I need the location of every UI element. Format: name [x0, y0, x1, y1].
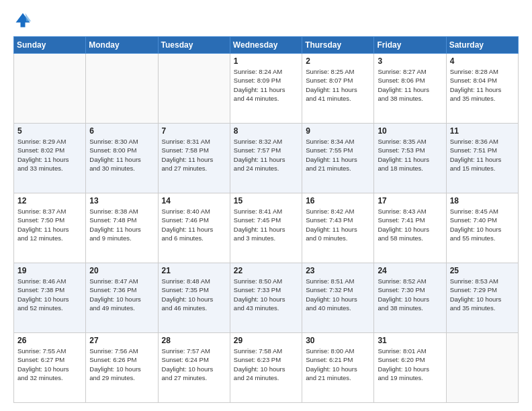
weekday-header: Tuesday — [158, 37, 230, 54]
day-number: 16 — [306, 196, 370, 205]
calendar-header-row: SundayMondayTuesdayWednesdayThursdayFrid… — [14, 37, 519, 54]
day-number: 11 — [450, 126, 515, 136]
weekday-header: Sunday — [14, 37, 86, 54]
calendar-cell: 28Sunrise: 7:57 AM Sunset: 6:24 PM Dayli… — [158, 333, 230, 403]
calendar-cell: 31Sunrise: 8:01 AM Sunset: 6:20 PM Dayli… — [374, 333, 446, 403]
day-number: 1 — [234, 56, 298, 66]
day-info: Sunrise: 8:00 AM Sunset: 6:21 PM Dayligh… — [306, 347, 370, 382]
day-info: Sunrise: 8:50 AM Sunset: 7:33 PM Dayligh… — [234, 277, 298, 312]
day-number: 12 — [17, 196, 82, 205]
day-number: 22 — [234, 266, 298, 275]
day-number: 8 — [234, 126, 298, 136]
day-number: 30 — [306, 336, 370, 345]
day-info: Sunrise: 7:57 AM Sunset: 6:24 PM Dayligh… — [162, 347, 226, 382]
calendar-cell: 24Sunrise: 8:52 AM Sunset: 7:30 PM Dayli… — [374, 263, 446, 333]
calendar-cell: 4Sunrise: 8:28 AM Sunset: 8:04 PM Daylig… — [446, 54, 518, 124]
day-info: Sunrise: 8:25 AM Sunset: 8:07 PM Dayligh… — [306, 67, 370, 103]
calendar-week-row: 26Sunrise: 7:55 AM Sunset: 6:27 PM Dayli… — [14, 333, 519, 403]
day-info: Sunrise: 8:32 AM Sunset: 7:57 PM Dayligh… — [234, 137, 298, 173]
day-info: Sunrise: 8:27 AM Sunset: 8:06 PM Dayligh… — [378, 67, 442, 103]
calendar-cell: 30Sunrise: 8:00 AM Sunset: 6:21 PM Dayli… — [302, 333, 374, 403]
day-info: Sunrise: 7:55 AM Sunset: 6:27 PM Dayligh… — [17, 347, 82, 382]
day-number: 13 — [89, 196, 154, 205]
day-number: 28 — [162, 336, 226, 345]
day-info: Sunrise: 8:29 AM Sunset: 8:02 PM Dayligh… — [17, 137, 82, 173]
calendar-cell: 5Sunrise: 8:29 AM Sunset: 8:02 PM Daylig… — [14, 124, 86, 193]
calendar-cell: 25Sunrise: 8:53 AM Sunset: 7:29 PM Dayli… — [446, 263, 518, 333]
calendar-cell: 21Sunrise: 8:48 AM Sunset: 7:35 PM Dayli… — [158, 263, 230, 333]
day-info: Sunrise: 8:46 AM Sunset: 7:38 PM Dayligh… — [17, 277, 82, 312]
calendar-cell: 9Sunrise: 8:34 AM Sunset: 7:55 PM Daylig… — [302, 124, 374, 193]
calendar-cell: 22Sunrise: 8:50 AM Sunset: 7:33 PM Dayli… — [230, 263, 302, 333]
day-number: 15 — [234, 196, 298, 205]
day-info: Sunrise: 8:41 AM Sunset: 7:45 PM Dayligh… — [234, 207, 298, 242]
calendar-cell — [158, 54, 230, 124]
calendar: SundayMondayTuesdayWednesdayThursdayFrid… — [13, 36, 519, 403]
day-number: 24 — [378, 266, 442, 275]
calendar-cell: 19Sunrise: 8:46 AM Sunset: 7:38 PM Dayli… — [14, 263, 86, 333]
day-info: Sunrise: 8:37 AM Sunset: 7:50 PM Dayligh… — [17, 207, 82, 242]
calendar-cell: 10Sunrise: 8:35 AM Sunset: 7:53 PM Dayli… — [374, 124, 446, 193]
day-number: 17 — [378, 196, 442, 205]
calendar-cell: 3Sunrise: 8:27 AM Sunset: 8:06 PM Daylig… — [374, 54, 446, 124]
calendar-cell: 27Sunrise: 7:56 AM Sunset: 6:26 PM Dayli… — [86, 333, 158, 403]
day-number: 7 — [162, 126, 226, 136]
day-number: 4 — [450, 56, 515, 66]
day-number: 23 — [306, 266, 370, 275]
day-number: 20 — [89, 266, 154, 275]
calendar-cell: 2Sunrise: 8:25 AM Sunset: 8:07 PM Daylig… — [302, 54, 374, 124]
logo — [13, 11, 35, 30]
day-info: Sunrise: 8:36 AM Sunset: 7:51 PM Dayligh… — [450, 137, 515, 173]
day-info: Sunrise: 8:40 AM Sunset: 7:46 PM Dayligh… — [162, 207, 226, 242]
calendar-cell: 13Sunrise: 8:38 AM Sunset: 7:48 PM Dayli… — [86, 193, 158, 263]
day-info: Sunrise: 8:48 AM Sunset: 7:35 PM Dayligh… — [162, 277, 226, 312]
weekday-header: Saturday — [446, 37, 518, 54]
day-info: Sunrise: 8:31 AM Sunset: 7:58 PM Dayligh… — [162, 137, 226, 173]
calendar-cell: 15Sunrise: 8:41 AM Sunset: 7:45 PM Dayli… — [230, 193, 302, 263]
day-info: Sunrise: 8:53 AM Sunset: 7:29 PM Dayligh… — [450, 277, 515, 312]
day-number: 14 — [162, 196, 226, 205]
weekday-header: Thursday — [302, 37, 374, 54]
day-info: Sunrise: 8:51 AM Sunset: 7:32 PM Dayligh… — [306, 277, 370, 312]
day-number: 26 — [17, 336, 82, 345]
day-info: Sunrise: 7:58 AM Sunset: 6:23 PM Dayligh… — [234, 347, 298, 382]
day-info: Sunrise: 8:28 AM Sunset: 8:04 PM Dayligh… — [450, 67, 515, 103]
day-number: 31 — [378, 336, 442, 345]
day-info: Sunrise: 7:56 AM Sunset: 6:26 PM Dayligh… — [89, 347, 154, 382]
calendar-cell — [86, 54, 158, 124]
calendar-cell — [446, 333, 518, 403]
calendar-cell: 23Sunrise: 8:51 AM Sunset: 7:32 PM Dayli… — [302, 263, 374, 333]
calendar-cell: 17Sunrise: 8:43 AM Sunset: 7:41 PM Dayli… — [374, 193, 446, 263]
day-info: Sunrise: 8:34 AM Sunset: 7:55 PM Dayligh… — [306, 137, 370, 173]
calendar-cell: 8Sunrise: 8:32 AM Sunset: 7:57 PM Daylig… — [230, 124, 302, 193]
day-info: Sunrise: 8:43 AM Sunset: 7:41 PM Dayligh… — [378, 207, 442, 242]
day-info: Sunrise: 8:24 AM Sunset: 8:09 PM Dayligh… — [234, 67, 298, 103]
day-number: 21 — [162, 266, 226, 275]
calendar-cell: 26Sunrise: 7:55 AM Sunset: 6:27 PM Dayli… — [14, 333, 86, 403]
day-info: Sunrise: 8:30 AM Sunset: 8:00 PM Dayligh… — [89, 137, 154, 173]
weekday-header: Monday — [86, 37, 158, 54]
calendar-week-row: 5Sunrise: 8:29 AM Sunset: 8:02 PM Daylig… — [14, 124, 519, 193]
calendar-cell: 6Sunrise: 8:30 AM Sunset: 8:00 PM Daylig… — [86, 124, 158, 193]
day-info: Sunrise: 8:42 AM Sunset: 7:43 PM Dayligh… — [306, 207, 370, 242]
day-number: 29 — [234, 336, 298, 345]
calendar-cell: 16Sunrise: 8:42 AM Sunset: 7:43 PM Dayli… — [302, 193, 374, 263]
calendar-cell: 1Sunrise: 8:24 AM Sunset: 8:09 PM Daylig… — [230, 54, 302, 124]
day-number: 10 — [378, 126, 442, 136]
logo-icon — [13, 11, 32, 30]
day-info: Sunrise: 8:47 AM Sunset: 7:36 PM Dayligh… — [89, 277, 154, 312]
day-number: 6 — [89, 126, 154, 136]
calendar-cell — [14, 54, 86, 124]
header — [13, 11, 519, 30]
calendar-cell: 20Sunrise: 8:47 AM Sunset: 7:36 PM Dayli… — [86, 263, 158, 333]
day-number: 5 — [17, 126, 82, 136]
day-info: Sunrise: 8:35 AM Sunset: 7:53 PM Dayligh… — [378, 137, 442, 173]
calendar-week-row: 12Sunrise: 8:37 AM Sunset: 7:50 PM Dayli… — [14, 193, 519, 263]
calendar-cell: 14Sunrise: 8:40 AM Sunset: 7:46 PM Dayli… — [158, 193, 230, 263]
calendar-cell: 7Sunrise: 8:31 AM Sunset: 7:58 PM Daylig… — [158, 124, 230, 193]
calendar-week-row: 19Sunrise: 8:46 AM Sunset: 7:38 PM Dayli… — [14, 263, 519, 333]
day-info: Sunrise: 8:52 AM Sunset: 7:30 PM Dayligh… — [378, 277, 442, 312]
day-info: Sunrise: 8:01 AM Sunset: 6:20 PM Dayligh… — [378, 347, 442, 382]
page: SundayMondayTuesdayWednesdayThursdayFrid… — [0, 0, 532, 411]
day-number: 25 — [450, 266, 515, 275]
